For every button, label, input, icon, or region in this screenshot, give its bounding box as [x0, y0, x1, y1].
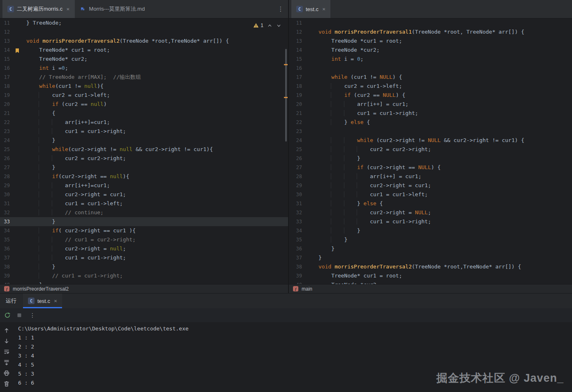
line-number[interactable]: 21 — [289, 109, 302, 118]
code-line[interactable]: 37 cur1 = cur1->right; — [0, 253, 288, 262]
run-tab[interactable]: C test.c ✕ — [23, 293, 62, 308]
clear-icon[interactable] — [3, 381, 10, 387]
code-line[interactable]: 24 while (cur2->right != NULL && cur2->r… — [289, 136, 572, 145]
code-line[interactable]: 38 } — [0, 262, 288, 271]
gutter[interactable] — [10, 127, 26, 136]
code-line[interactable]: 24 } — [0, 136, 288, 145]
code-line[interactable]: 35 // cur1 = cur2->right; — [0, 235, 288, 244]
scroll-down-icon[interactable] — [3, 338, 10, 344]
inspection-widget[interactable]: 1 — [253, 21, 281, 30]
gutter[interactable] — [302, 244, 318, 253]
next-problem-icon[interactable] — [276, 23, 281, 28]
line-number[interactable]: 38 — [289, 262, 302, 271]
line-number[interactable]: 37 — [0, 253, 10, 262]
code-line[interactable]: 16 — [289, 64, 572, 73]
code-line[interactable]: 38void morrisPreorderTraversal2(TreeNode… — [289, 262, 572, 271]
gutter[interactable] — [10, 64, 26, 73]
code-line[interactable]: 31 cur1 = cur1->left; — [0, 199, 288, 208]
code-line[interactable]: 14 TreeNode* cur1 = root; — [0, 46, 288, 55]
line-number[interactable]: 39 — [0, 271, 10, 280]
code-line[interactable]: 27 } — [0, 163, 288, 172]
code-line[interactable]: 23 — [289, 127, 572, 136]
code-line[interactable]: 34 if( cur2->right == cur1 ){ — [0, 226, 288, 235]
line-number[interactable]: 16 — [289, 64, 302, 73]
editor-tab[interactable]: Ctest.c✕ — [291, 0, 330, 18]
code-line[interactable]: 13 TreeNode *cur1 = root; — [289, 37, 572, 46]
line-number[interactable]: 14 — [289, 46, 302, 55]
gutter[interactable] — [10, 199, 26, 208]
gutter[interactable] — [10, 235, 26, 244]
line-number[interactable]: 29 — [0, 181, 10, 190]
line-number[interactable]: 20 — [0, 100, 10, 109]
code-line[interactable]: 30 cur2->right = cur1; — [0, 190, 288, 199]
code-line[interactable]: 14 TreeNode *cur2; — [289, 46, 572, 55]
line-number[interactable]: 25 — [289, 145, 302, 154]
stop-icon[interactable] — [16, 312, 23, 319]
gutter[interactable] — [302, 118, 318, 127]
line-number[interactable]: 11 — [289, 18, 302, 28]
code-line[interactable]: 22 } else { — [289, 118, 572, 127]
line-number[interactable]: 34 — [0, 226, 10, 235]
gutter[interactable] — [10, 172, 26, 181]
line-number[interactable]: 27 — [0, 163, 10, 172]
gutter[interactable] — [302, 163, 318, 172]
line-number[interactable]: 18 — [289, 82, 302, 91]
gutter[interactable] — [10, 37, 26, 46]
code-line[interactable]: 28 if(cur2->right == null){ — [0, 172, 288, 181]
code-line[interactable]: 32 cur2->right = NULL; — [289, 208, 572, 217]
line-number[interactable]: 13 — [289, 37, 302, 46]
line-number[interactable]: 18 — [0, 82, 10, 91]
warning-stripe-mark[interactable] — [284, 64, 288, 65]
line-number[interactable]: 33 — [289, 217, 302, 226]
gutter[interactable] — [302, 100, 318, 109]
line-number[interactable]: 40 — [0, 280, 10, 284]
line-number[interactable]: 29 — [289, 181, 302, 190]
gutter[interactable] — [10, 262, 26, 271]
editor-tab[interactable]: C二叉树遍历morris.c✕ — [2, 0, 75, 18]
gutter[interactable] — [302, 127, 318, 136]
gutter[interactable] — [302, 154, 318, 163]
code-line[interactable]: 37} — [289, 253, 572, 262]
gutter[interactable] — [302, 46, 318, 55]
print-icon[interactable] — [3, 370, 10, 376]
code-line[interactable]: 11} TreeNode; — [0, 18, 288, 28]
gutter[interactable] — [302, 91, 318, 100]
code-line[interactable]: 18 while(cur1 != null){ — [0, 82, 288, 91]
line-number[interactable]: 23 — [0, 127, 10, 136]
gutter[interactable] — [10, 271, 26, 280]
code-line[interactable]: 33 } — [0, 217, 288, 226]
line-number[interactable]: 19 — [0, 91, 10, 100]
gutter[interactable] — [302, 280, 318, 284]
line-number[interactable]: 35 — [289, 235, 302, 244]
code-line[interactable]: 12 — [0, 28, 288, 37]
warning-stripe-mark[interactable] — [284, 97, 288, 98]
line-number[interactable]: 23 — [289, 127, 302, 136]
line-number[interactable]: 27 — [289, 163, 302, 172]
line-number[interactable]: 36 — [289, 244, 302, 253]
code-line[interactable]: 28 arr[i++] = cur1; — [289, 172, 572, 181]
line-number[interactable]: 24 — [289, 136, 302, 145]
line-number[interactable]: 26 — [289, 154, 302, 163]
line-number[interactable]: 16 — [0, 64, 10, 73]
gutter[interactable] — [302, 199, 318, 208]
line-number[interactable]: 28 — [0, 172, 10, 181]
code-line[interactable]: 33 cur1 = cur1->right; — [289, 217, 572, 226]
gutter[interactable] — [302, 73, 318, 82]
gutter[interactable] — [10, 109, 26, 118]
gutter[interactable] — [302, 217, 318, 226]
code-line[interactable]: 15 int i = 0; — [289, 55, 572, 64]
gutter[interactable] — [10, 208, 26, 217]
code-line[interactable]: 39 TreeNode* cur1 = root; — [289, 271, 572, 280]
gutter[interactable] — [302, 226, 318, 235]
close-icon[interactable]: ✕ — [53, 299, 57, 303]
line-number[interactable]: 19 — [289, 91, 302, 100]
gutter[interactable] — [302, 136, 318, 145]
gutter[interactable] — [10, 18, 26, 28]
code-line[interactable]: 17 // TreeNode arr[MAX]; //输出数组 — [0, 73, 288, 82]
line-number[interactable]: 32 — [0, 208, 10, 217]
scroll-end-icon[interactable] — [3, 359, 10, 366]
line-number[interactable]: 13 — [0, 37, 10, 46]
gutter[interactable] — [10, 100, 26, 109]
gutter[interactable] — [10, 217, 26, 226]
code-line[interactable]: 23 cur1 = cur1->right; — [0, 127, 288, 136]
